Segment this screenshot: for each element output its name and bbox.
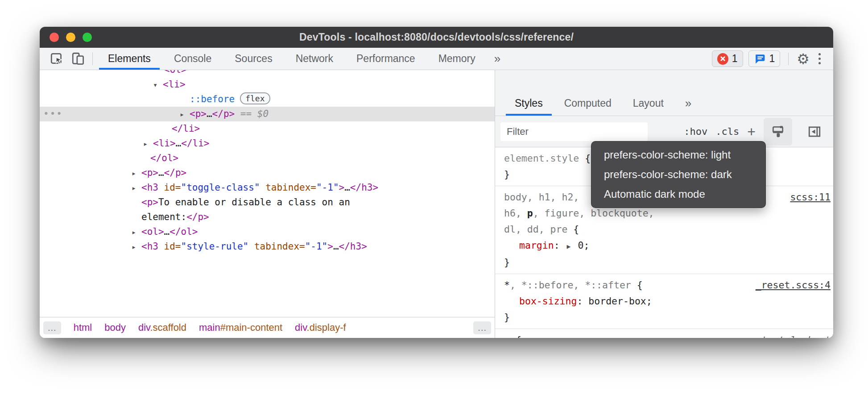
breadcrumb-item[interactable]: div.display-f — [295, 322, 346, 333]
token: </p> — [164, 167, 187, 178]
sidebar-tab-layout[interactable]: Layout — [622, 91, 674, 116]
token: h6, — [504, 208, 527, 219]
tree-row[interactable]: </ol> — [40, 151, 495, 166]
error-badge[interactable]: 1 — [712, 50, 743, 67]
tree-row[interactable]: ▸<ol>…</ol> — [40, 225, 495, 239]
device-toolbar-icon[interactable] — [67, 48, 89, 70]
dropdown-item[interactable]: Automatic dark mode — [591, 188, 765, 200]
token: <li> — [163, 79, 186, 90]
settings-gear-icon[interactable]: ⚙ — [797, 52, 810, 66]
breadcrumb-item[interactable]: html — [74, 322, 92, 333]
breadcrumb-item[interactable]: main#main-content — [199, 322, 282, 333]
token: : border-box; — [577, 296, 652, 307]
token: tabindex= — [248, 241, 305, 252]
expand-arrow-icon[interactable]: ▸ — [132, 181, 141, 196]
tab-sources[interactable]: Sources — [223, 48, 284, 70]
token: … — [176, 138, 182, 149]
stylesheet-origin-label: user agent stylesheet — [709, 332, 831, 338]
main-toolbar: ElementsConsoleSourcesNetworkPerformance… — [40, 48, 833, 70]
tab-performance[interactable]: Performance — [345, 48, 427, 70]
token: <li> — [153, 138, 176, 149]
element-class-button[interactable]: .cls — [715, 126, 739, 137]
window-title: DevTools - localhost:8080/docs/devtools/… — [299, 31, 574, 43]
expand-arrow-icon[interactable]: ▸ — [143, 137, 153, 151]
token: 0; — [572, 240, 590, 251]
toolbar-right-group: 1 1 ⚙ — [712, 48, 833, 70]
token: </li> — [172, 123, 200, 134]
tree-row[interactable]: ::beforeflex — [40, 92, 495, 107]
expand-arrow-icon[interactable]: ▸ — [132, 225, 141, 240]
rendering-emulation-button[interactable] — [764, 118, 792, 146]
crumb-suffix: .display-f — [307, 322, 346, 333]
tree-row[interactable]: ▸<li>…</li> — [40, 136, 495, 151]
token: margin — [519, 240, 554, 251]
minimize-window-button[interactable] — [66, 33, 75, 42]
token: == — [235, 108, 257, 119]
tree-row[interactable]: ▸<h3 id="toggle-class" tabindex="-1">…</… — [40, 180, 495, 195]
breadcrumb-item[interactable]: body — [104, 322, 126, 333]
zoom-window-button[interactable] — [83, 33, 92, 42]
sidebar-more-tabs-button[interactable]: » — [674, 91, 702, 116]
tree-row[interactable]: ▸<p>…</p> — [40, 166, 495, 180]
toggle-sidebar-button[interactable] — [800, 118, 829, 146]
breadcrumb-item[interactable]: div.scaffold — [138, 322, 186, 333]
expand-arrow-icon[interactable]: ▸ — [132, 240, 141, 254]
row-options-dots[interactable]: ••• — [43, 107, 63, 121]
token: } — [504, 169, 510, 180]
collapse-arrow-icon[interactable]: ▾ — [153, 78, 163, 92]
filter-input[interactable] — [500, 122, 648, 141]
token: ::before — [190, 94, 235, 104]
token: element.style — [504, 153, 579, 164]
token: … — [333, 241, 339, 252]
tree-row[interactable]: </li> — [40, 121, 495, 136]
tree-row[interactable]: <p>To enable or disable a class on an — [40, 195, 495, 210]
token: * — [504, 279, 510, 291]
token: <p> — [141, 197, 158, 208]
tree-row[interactable]: ▾<li> — [40, 77, 495, 92]
tab-elements[interactable]: Elements — [96, 48, 162, 70]
stylesheet-link[interactable]: scss:11 — [790, 189, 831, 205]
token: <ol> — [164, 70, 187, 75]
error-count: 1 — [732, 53, 738, 65]
token: body, h1, h2, — [504, 192, 579, 203]
more-tabs-button[interactable]: » — [487, 48, 508, 70]
expand-arrow-icon[interactable]: ▸ — [180, 107, 190, 122]
pseudo-state-button[interactable]: :hov — [684, 126, 707, 137]
crumb-tag: div — [295, 322, 307, 333]
token: <h3 — [141, 182, 158, 193]
breadcrumb-overflow-left[interactable]: ... — [43, 321, 61, 334]
stylesheet-link[interactable]: _reset.scss:4 — [756, 277, 831, 293]
dropdown-item[interactable]: prefers-color-scheme: dark — [591, 168, 765, 181]
flex-badge[interactable]: flex — [240, 92, 270, 104]
css-rule[interactable]: user agent stylesheetp { — [495, 329, 833, 338]
dropdown-item[interactable]: prefers-color-scheme: light — [591, 149, 765, 161]
breadcrumb-overflow-right[interactable]: ... — [473, 321, 491, 334]
tree-row[interactable]: ▸<h3 id="style-rule" tabindex="-1">…</h3… — [40, 239, 495, 254]
token: "style-rule" — [181, 241, 249, 252]
token: , *::before, *::after — [510, 279, 637, 291]
expand-arrow-icon[interactable]: ▸ — [132, 166, 141, 181]
token: </h3> — [339, 241, 367, 252]
color-scheme-dropdown: prefers-color-scheme: lightprefers-color… — [591, 141, 766, 208]
token: p — [504, 334, 516, 338]
sidebar-tab-computed[interactable]: Computed — [554, 91, 622, 116]
css-rule[interactable]: _reset.scss:4*, *::before, *::after {box… — [495, 274, 833, 329]
issues-count: 1 — [769, 53, 775, 65]
tab-memory[interactable]: Memory — [427, 48, 487, 70]
new-style-rule-button[interactable]: + — [747, 125, 756, 138]
token: id= — [158, 182, 181, 193]
tab-console[interactable]: Console — [162, 48, 223, 70]
sidebar-tab-styles[interactable]: Styles — [504, 91, 554, 116]
tree-row[interactable]: <ol> — [40, 70, 495, 77]
crumb-tag: html — [74, 322, 92, 333]
tree-row[interactable]: •••▸<p>…</p> == $0 — [40, 107, 495, 121]
token: ▶ — [567, 242, 571, 250]
kebab-menu-icon[interactable] — [815, 53, 824, 64]
issues-badge[interactable]: 1 — [748, 50, 781, 67]
tab-network[interactable]: Network — [284, 48, 345, 70]
close-window-button[interactable] — [50, 33, 59, 42]
inspect-element-icon[interactable] — [46, 48, 67, 70]
token: { — [573, 224, 579, 235]
dom-tree: <ol>▾<li>::beforeflex•••▸<p>…</p> == $0<… — [40, 70, 495, 317]
tree-row[interactable]: element:</p> — [40, 210, 495, 225]
